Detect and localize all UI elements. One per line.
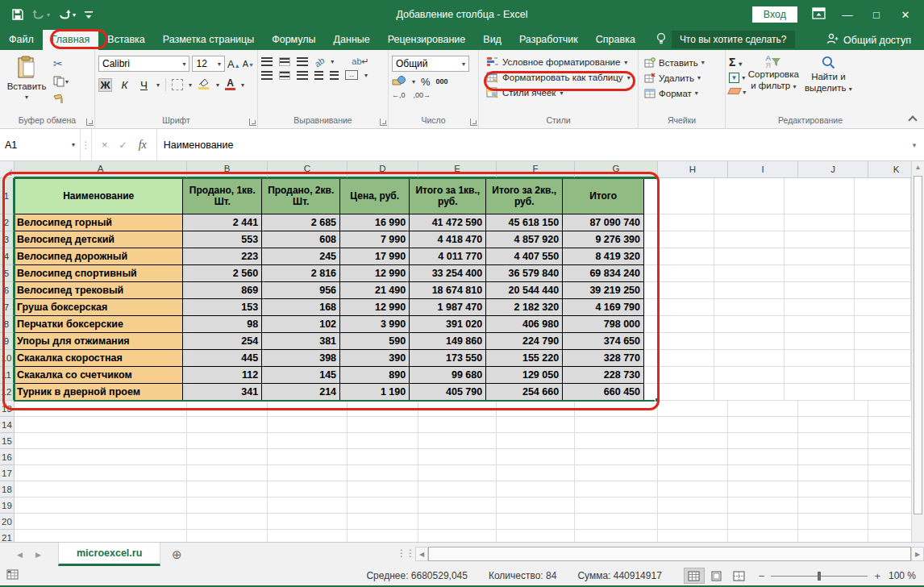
cell-E4[interactable]: 4 011 770	[410, 248, 486, 265]
cell-D18[interactable]	[348, 481, 418, 497]
cell-I19[interactable]	[728, 497, 798, 514]
cell-B17[interactable]	[187, 465, 268, 481]
cell-A17[interactable]	[15, 465, 187, 481]
cell-B3[interactable]: 553	[183, 231, 262, 248]
macro-record-icon[interactable]	[6, 569, 19, 583]
cell-I3[interactable]	[714, 231, 785, 248]
cell-G10[interactable]: 328 770	[563, 350, 644, 367]
cell-A21[interactable]	[15, 530, 187, 542]
collapse-ribbon-icon[interactable]	[908, 115, 917, 124]
cell-B7[interactable]: 153	[183, 299, 262, 316]
cell-C13[interactable]	[268, 401, 348, 417]
cell-E1[interactable]: Итого за 1кв., руб.	[410, 178, 486, 214]
cell-D19[interactable]	[348, 497, 418, 514]
cell-G17[interactable]	[575, 465, 658, 481]
cell-E18[interactable]	[418, 481, 497, 497]
minimize-button[interactable]: —	[840, 9, 855, 21]
decrease-font-icon[interactable]: A▼	[243, 59, 254, 69]
cell-D12[interactable]: 1 190	[340, 384, 410, 401]
underline-button[interactable]: Ч	[137, 79, 151, 91]
row-header-18[interactable]: 18	[0, 481, 15, 497]
cell-B5[interactable]: 2 560	[183, 265, 262, 282]
namebox-resize-handle[interactable]: ⋮	[81, 129, 92, 160]
cell-J9[interactable]	[785, 333, 855, 350]
row-header-10[interactable]: 10	[0, 350, 15, 367]
cell-F15[interactable]	[497, 433, 575, 449]
cell-B18[interactable]	[187, 481, 268, 497]
cell-I10[interactable]	[714, 350, 785, 367]
number-dialog-launcher[interactable]	[470, 119, 477, 126]
cell-B20[interactable]	[187, 514, 268, 530]
cell-B11[interactable]: 112	[183, 367, 262, 384]
cell-F21[interactable]	[497, 530, 575, 542]
orientation-icon[interactable]: ab	[313, 55, 327, 69]
row-header-17[interactable]: 17	[0, 465, 15, 481]
clipboard-dialog-launcher[interactable]	[86, 119, 94, 126]
cell-A20[interactable]	[15, 514, 187, 530]
insert-function-icon[interactable]: fx	[139, 139, 147, 152]
cell-H1[interactable]	[644, 178, 714, 214]
find-select-button[interactable]: Найти и выделить ▾	[801, 52, 855, 114]
cell-A3[interactable]: Велосипед детский	[15, 231, 183, 248]
cell-C11[interactable]: 145	[262, 367, 340, 384]
next-sheet-icon[interactable]: ▶	[35, 551, 41, 559]
cell-H10[interactable]	[644, 350, 714, 367]
cell-A8[interactable]: Перчатки боксерские	[15, 316, 183, 333]
cell-B21[interactable]	[187, 530, 268, 542]
cell-H13[interactable]	[658, 401, 728, 417]
cell-D13[interactable]	[348, 401, 418, 417]
ribbon-tab-7[interactable]: Вид	[474, 30, 510, 50]
cell-G7[interactable]: 4 169 790	[563, 299, 644, 316]
prev-sheet-icon[interactable]: ◀	[17, 551, 23, 559]
cell-C15[interactable]	[268, 433, 348, 449]
cell-D21[interactable]	[348, 530, 418, 542]
cell-K1[interactable]	[855, 178, 911, 214]
cell-K4[interactable]	[855, 248, 911, 265]
cell-J8[interactable]	[785, 316, 855, 333]
cell-D6[interactable]: 21 490	[340, 282, 410, 299]
column-header-G[interactable]: G	[575, 161, 658, 178]
cell-C8[interactable]: 102	[262, 316, 340, 333]
cell-D8[interactable]: 3 990	[340, 316, 410, 333]
cell-E7[interactable]: 1 987 470	[410, 299, 486, 316]
column-header-K[interactable]: K	[868, 161, 911, 178]
cell-K2[interactable]	[855, 214, 911, 231]
cell-C12[interactable]: 214	[262, 384, 340, 401]
font-color-icon[interactable]: А	[225, 79, 235, 90]
align-right-icon[interactable]	[297, 71, 308, 80]
cell-A11[interactable]: Скакалка со счетчиком	[15, 367, 183, 384]
cell-C5[interactable]: 2 816	[262, 265, 340, 282]
format-painter-icon[interactable]	[53, 93, 69, 106]
clear-icon[interactable]: ▾	[729, 85, 746, 97]
cell-E16[interactable]	[418, 449, 497, 465]
cell-F4[interactable]: 4 407 550	[486, 248, 563, 265]
cell-G4[interactable]: 8 419 320	[563, 248, 644, 265]
ribbon-tab-9[interactable]: Справка	[587, 30, 644, 50]
column-header-E[interactable]: E	[418, 161, 497, 178]
cell-G1[interactable]: Итого	[563, 178, 644, 214]
autosum-icon[interactable]: Σ ▾	[729, 56, 746, 69]
page-layout-view-icon[interactable]	[706, 568, 727, 584]
cell-J6[interactable]	[785, 282, 855, 299]
cancel-icon[interactable]: ×	[102, 139, 108, 151]
cell-J5[interactable]	[785, 265, 855, 282]
ribbon-tab-2[interactable]: Вставка	[98, 30, 153, 50]
cell-F16[interactable]	[497, 449, 575, 465]
percent-icon[interactable]: %	[421, 76, 431, 88]
cell-K19[interactable]	[868, 497, 911, 514]
cell-K16[interactable]	[868, 449, 911, 465]
cell-H21[interactable]	[658, 530, 728, 542]
cell-I21[interactable]	[728, 530, 798, 542]
cell-I1[interactable]	[714, 178, 785, 214]
cell-I5[interactable]	[714, 265, 785, 282]
cell-B1[interactable]: Продано, 1кв. Шт.	[183, 178, 262, 214]
cell-D14[interactable]	[348, 417, 418, 433]
cell-A2[interactable]: Велосипед горный	[15, 214, 183, 231]
scroll-left-icon[interactable]: ◀	[415, 547, 428, 561]
scroll-right-icon[interactable]: ▶	[911, 547, 924, 561]
cell-G6[interactable]: 39 219 250	[563, 282, 644, 299]
cell-J4[interactable]	[785, 248, 855, 265]
cell-B4[interactable]: 223	[183, 248, 262, 265]
row-header-16[interactable]: 16	[0, 449, 15, 465]
cell-J18[interactable]	[798, 481, 868, 497]
